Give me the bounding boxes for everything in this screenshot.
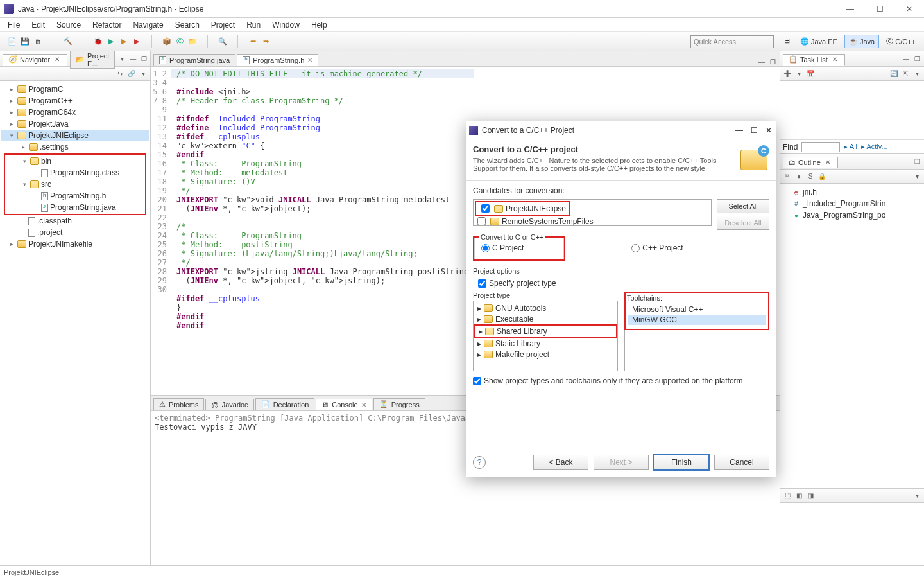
toolchain-item[interactable]: Microsoft Visual C++ xyxy=(628,304,766,315)
new-icon[interactable]: 📄 xyxy=(6,36,18,48)
close-tab-icon[interactable]: ✕ xyxy=(361,401,366,408)
dialog-maximize-icon[interactable]: ☐ xyxy=(751,126,758,135)
quick-access-input[interactable]: Quick Access xyxy=(690,35,774,48)
new-package-icon[interactable]: 📦 xyxy=(161,36,173,48)
link-icon[interactable]: 🔗 xyxy=(127,69,136,78)
tree-item[interactable]: .project xyxy=(1,227,149,238)
view-dropdown-icon[interactable]: ▾ xyxy=(912,172,921,181)
menu-window[interactable]: Window xyxy=(267,19,305,31)
minimize-editor-icon[interactable]: — xyxy=(757,57,766,66)
javadoc-tab[interactable]: @ Javadoc xyxy=(205,399,253,410)
tree-item[interactable]: ▸.settings xyxy=(1,141,149,153)
task-sync-icon[interactable]: 🔄 xyxy=(889,69,898,78)
perspective-java-ee[interactable]: 🌐Java EE xyxy=(796,35,842,48)
code-area[interactable]: /* DO NOT EDIT THIS FILE - it is machine… xyxy=(171,67,474,395)
tree-item[interactable]: ▸ProgramC xyxy=(1,83,149,95)
progress-tab[interactable]: ⏳ Progress xyxy=(373,398,425,410)
menu-refactor[interactable]: Refactor xyxy=(87,19,126,31)
view-dropdown-icon[interactable]: ▾ xyxy=(139,69,148,78)
editor-tab-active[interactable]: ProgramString.h✕ xyxy=(237,54,318,66)
tree-item[interactable]: .classpath xyxy=(1,215,149,227)
nav-fwd-icon[interactable]: ➡ xyxy=(260,36,271,48)
tree-item[interactable]: ▸ProgramC++ xyxy=(1,95,149,107)
hide-fields-icon[interactable]: ● xyxy=(794,172,803,181)
outline-tree[interactable]: ⬘jni.h #_Included_ProgramStrin ●Java_Pro… xyxy=(780,184,924,488)
view-dropdown-icon[interactable]: ▾ xyxy=(912,69,921,78)
perspective-java[interactable]: ☕Java xyxy=(844,35,879,48)
menu-help[interactable]: Help xyxy=(306,19,332,31)
maximize-button[interactable]: ☐ xyxy=(865,0,894,18)
project-type-list[interactable]: ▸GNU Autotools ▸Executable ▸Shared Libra… xyxy=(473,301,618,371)
cancel-button[interactable]: Cancel xyxy=(714,455,769,470)
task-collapse-icon[interactable]: ⇱ xyxy=(901,69,910,78)
dialog-close-icon[interactable]: ✕ xyxy=(766,126,772,135)
save-icon[interactable]: 💾 xyxy=(19,36,31,48)
candidate-checkbox[interactable] xyxy=(481,204,490,213)
open-perspective-icon[interactable]: ⊞ xyxy=(782,35,793,46)
ext-tools-icon[interactable]: ▶ xyxy=(131,36,142,48)
dialog-minimize-icon[interactable]: — xyxy=(735,126,743,135)
candidate-checkbox[interactable] xyxy=(477,217,486,225)
project-type-item[interactable]: ▸Executable xyxy=(475,313,616,324)
outline-item[interactable]: ⬘jni.h xyxy=(789,186,923,198)
tree-item[interactable]: ProgramString.java xyxy=(5,202,145,213)
icon[interactable]: ◧ xyxy=(794,491,803,500)
toolchains-list[interactable]: Microsoft Visual C++ MinGW GCC xyxy=(627,303,767,328)
menu-source[interactable]: Source xyxy=(51,19,86,31)
outline-item[interactable]: ●Java_ProgramString_po xyxy=(789,209,923,221)
nav-back-icon[interactable]: ⬅ xyxy=(247,36,259,48)
task-category-icon[interactable]: ▾ xyxy=(794,69,803,78)
menu-project[interactable]: Project xyxy=(206,19,240,31)
candidate-item[interactable]: ProjektJNIEclipse xyxy=(479,203,566,214)
new-class-icon[interactable]: Ⓒ xyxy=(174,36,185,48)
minimize-view-icon[interactable]: — xyxy=(902,157,911,166)
project-explorer-tab[interactable]: 📂 Project E... xyxy=(70,51,115,69)
find-input[interactable] xyxy=(801,142,840,152)
editor-tab[interactable]: ProgramString.java xyxy=(153,54,235,66)
new-folder-icon[interactable]: 📁 xyxy=(187,36,198,48)
collapse-all-icon[interactable]: ⇆ xyxy=(116,69,124,78)
tasklist-tab[interactable]: 📋 Task List ✕ xyxy=(783,54,845,66)
maximize-view-icon[interactable]: ❐ xyxy=(912,157,921,166)
candidates-list[interactable]: ProjektJNIEclipse RemoteSystemsTempFiles xyxy=(473,199,712,226)
outline-item[interactable]: #_Included_ProgramStrin xyxy=(789,198,923,209)
project-type-item[interactable]: ▸Makefile project xyxy=(475,349,616,360)
cpp-project-radio[interactable]: C++ Project xyxy=(631,243,683,252)
menu-navigate[interactable]: Navigate xyxy=(128,19,168,31)
build-icon[interactable]: 🔨 xyxy=(62,36,74,48)
dialog-titlebar[interactable]: Convert to a C/C++ Project — ☐ ✕ xyxy=(466,121,776,139)
hide-nonpublic-icon[interactable]: 🔒 xyxy=(817,172,826,181)
console-tab[interactable]: 🖥 Console ✕ xyxy=(316,399,372,410)
toolchains-list-rest[interactable] xyxy=(624,330,769,371)
project-type-item[interactable]: ▸GNU Autotools xyxy=(475,302,616,313)
menu-file[interactable]: File xyxy=(3,19,25,31)
close-tab-icon[interactable]: ✕ xyxy=(307,57,312,64)
menu-edit[interactable]: Edit xyxy=(26,19,50,31)
help-button[interactable]: ? xyxy=(473,456,486,469)
close-icon[interactable]: ✕ xyxy=(830,55,839,64)
run-icon[interactable]: ▶ xyxy=(105,36,117,48)
hide-static-icon[interactable]: S xyxy=(806,172,815,181)
all-link[interactable]: ▸ All xyxy=(844,143,857,151)
search-icon[interactable]: 🔍 xyxy=(217,36,228,48)
tree-item[interactable]: ▾bin xyxy=(5,155,145,167)
debug-icon[interactable]: 🐞 xyxy=(92,36,104,48)
sort-icon[interactable]: ᵃᶻ xyxy=(783,172,792,181)
project-type-item[interactable]: ▸Shared Library xyxy=(476,326,615,337)
menu-run[interactable]: Run xyxy=(241,19,266,31)
navigator-tree[interactable]: ▸ProgramC ▸ProgramC++ ▸ProgramC64x ▸Proj… xyxy=(0,81,150,565)
maximize-view-icon[interactable]: ❐ xyxy=(139,55,148,64)
maximize-view-icon[interactable]: ❐ xyxy=(912,55,921,64)
tree-item[interactable]: ProgramString.class xyxy=(5,167,145,179)
back-button[interactable]: < Back xyxy=(533,455,588,470)
declaration-tab[interactable]: 📄 Declaration xyxy=(255,398,315,410)
next-button[interactable]: Next > xyxy=(594,455,649,470)
tree-item-selected[interactable]: ▾ProjektJNIEclipse xyxy=(1,130,149,141)
tree-item[interactable]: ProgramString.h xyxy=(5,190,145,202)
tree-item[interactable]: ▸ProjektJava xyxy=(1,118,149,130)
finish-button[interactable]: Finish xyxy=(654,455,709,470)
navigator-tab[interactable]: 🧭 Navigator ✕ xyxy=(3,54,67,66)
tree-item[interactable]: ▸ProjektJNImakefile xyxy=(1,238,149,250)
show-supported-checkbox[interactable]: Show project types and toolchains only i… xyxy=(473,376,769,385)
close-icon[interactable]: ✕ xyxy=(53,55,62,64)
